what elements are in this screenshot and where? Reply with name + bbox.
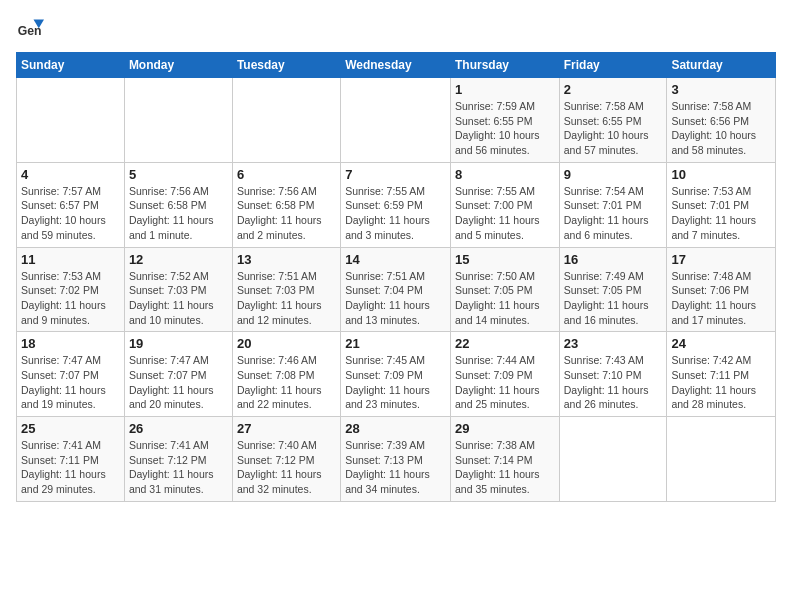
week-row-5: 25Sunrise: 7:41 AM Sunset: 7:11 PM Dayli… [17,417,776,502]
day-number: 7 [345,167,446,182]
calendar-cell: 29Sunrise: 7:38 AM Sunset: 7:14 PM Dayli… [450,417,559,502]
day-number: 2 [564,82,663,97]
day-number: 3 [671,82,771,97]
day-number: 12 [129,252,228,267]
weekday-header-tuesday: Tuesday [232,53,340,78]
weekday-header-row: SundayMondayTuesdayWednesdayThursdayFrid… [17,53,776,78]
calendar-cell: 28Sunrise: 7:39 AM Sunset: 7:13 PM Dayli… [341,417,451,502]
logo-icon: Gen [16,16,44,44]
calendar-cell [667,417,776,502]
day-number: 11 [21,252,120,267]
calendar-cell: 26Sunrise: 7:41 AM Sunset: 7:12 PM Dayli… [124,417,232,502]
day-number: 13 [237,252,336,267]
calendar-cell [17,78,125,163]
calendar-cell [124,78,232,163]
day-number: 19 [129,336,228,351]
weekday-header-friday: Friday [559,53,667,78]
day-detail: Sunrise: 7:41 AM Sunset: 7:11 PM Dayligh… [21,438,120,497]
day-number: 9 [564,167,663,182]
calendar-cell: 24Sunrise: 7:42 AM Sunset: 7:11 PM Dayli… [667,332,776,417]
day-number: 29 [455,421,555,436]
calendar-cell: 3Sunrise: 7:58 AM Sunset: 6:56 PM Daylig… [667,78,776,163]
day-detail: Sunrise: 7:51 AM Sunset: 7:03 PM Dayligh… [237,269,336,328]
day-detail: Sunrise: 7:43 AM Sunset: 7:10 PM Dayligh… [564,353,663,412]
day-number: 4 [21,167,120,182]
day-number: 25 [21,421,120,436]
calendar-cell: 15Sunrise: 7:50 AM Sunset: 7:05 PM Dayli… [450,247,559,332]
day-detail: Sunrise: 7:55 AM Sunset: 6:59 PM Dayligh… [345,184,446,243]
day-number: 5 [129,167,228,182]
day-detail: Sunrise: 7:47 AM Sunset: 7:07 PM Dayligh… [129,353,228,412]
day-detail: Sunrise: 7:41 AM Sunset: 7:12 PM Dayligh… [129,438,228,497]
day-number: 27 [237,421,336,436]
day-detail: Sunrise: 7:53 AM Sunset: 7:01 PM Dayligh… [671,184,771,243]
day-number: 14 [345,252,446,267]
calendar-cell [232,78,340,163]
week-row-2: 4Sunrise: 7:57 AM Sunset: 6:57 PM Daylig… [17,162,776,247]
day-number: 21 [345,336,446,351]
weekday-header-sunday: Sunday [17,53,125,78]
calendar-cell: 17Sunrise: 7:48 AM Sunset: 7:06 PM Dayli… [667,247,776,332]
calendar-cell: 14Sunrise: 7:51 AM Sunset: 7:04 PM Dayli… [341,247,451,332]
calendar-cell: 1Sunrise: 7:59 AM Sunset: 6:55 PM Daylig… [450,78,559,163]
day-number: 23 [564,336,663,351]
week-row-4: 18Sunrise: 7:47 AM Sunset: 7:07 PM Dayli… [17,332,776,417]
day-detail: Sunrise: 7:44 AM Sunset: 7:09 PM Dayligh… [455,353,555,412]
day-number: 20 [237,336,336,351]
calendar-cell: 4Sunrise: 7:57 AM Sunset: 6:57 PM Daylig… [17,162,125,247]
day-detail: Sunrise: 7:53 AM Sunset: 7:02 PM Dayligh… [21,269,120,328]
day-detail: Sunrise: 7:42 AM Sunset: 7:11 PM Dayligh… [671,353,771,412]
calendar-cell: 12Sunrise: 7:52 AM Sunset: 7:03 PM Dayli… [124,247,232,332]
calendar-cell: 13Sunrise: 7:51 AM Sunset: 7:03 PM Dayli… [232,247,340,332]
calendar-cell: 22Sunrise: 7:44 AM Sunset: 7:09 PM Dayli… [450,332,559,417]
calendar-cell: 18Sunrise: 7:47 AM Sunset: 7:07 PM Dayli… [17,332,125,417]
calendar-cell: 5Sunrise: 7:56 AM Sunset: 6:58 PM Daylig… [124,162,232,247]
calendar-cell: 2Sunrise: 7:58 AM Sunset: 6:55 PM Daylig… [559,78,667,163]
day-detail: Sunrise: 7:52 AM Sunset: 7:03 PM Dayligh… [129,269,228,328]
day-detail: Sunrise: 7:40 AM Sunset: 7:12 PM Dayligh… [237,438,336,497]
calendar-cell: 10Sunrise: 7:53 AM Sunset: 7:01 PM Dayli… [667,162,776,247]
week-row-3: 11Sunrise: 7:53 AM Sunset: 7:02 PM Dayli… [17,247,776,332]
day-number: 6 [237,167,336,182]
day-detail: Sunrise: 7:51 AM Sunset: 7:04 PM Dayligh… [345,269,446,328]
day-detail: Sunrise: 7:56 AM Sunset: 6:58 PM Dayligh… [237,184,336,243]
weekday-header-wednesday: Wednesday [341,53,451,78]
calendar-cell: 21Sunrise: 7:45 AM Sunset: 7:09 PM Dayli… [341,332,451,417]
day-detail: Sunrise: 7:55 AM Sunset: 7:00 PM Dayligh… [455,184,555,243]
day-number: 18 [21,336,120,351]
day-detail: Sunrise: 7:54 AM Sunset: 7:01 PM Dayligh… [564,184,663,243]
calendar-cell: 11Sunrise: 7:53 AM Sunset: 7:02 PM Dayli… [17,247,125,332]
day-number: 22 [455,336,555,351]
calendar-cell: 23Sunrise: 7:43 AM Sunset: 7:10 PM Dayli… [559,332,667,417]
calendar-cell: 19Sunrise: 7:47 AM Sunset: 7:07 PM Dayli… [124,332,232,417]
day-number: 17 [671,252,771,267]
day-detail: Sunrise: 7:48 AM Sunset: 7:06 PM Dayligh… [671,269,771,328]
calendar-cell: 9Sunrise: 7:54 AM Sunset: 7:01 PM Daylig… [559,162,667,247]
weekday-header-saturday: Saturday [667,53,776,78]
page-header: Gen [16,16,776,44]
day-detail: Sunrise: 7:47 AM Sunset: 7:07 PM Dayligh… [21,353,120,412]
weekday-header-monday: Monday [124,53,232,78]
calendar-table: SundayMondayTuesdayWednesdayThursdayFrid… [16,52,776,502]
day-detail: Sunrise: 7:59 AM Sunset: 6:55 PM Dayligh… [455,99,555,158]
day-number: 8 [455,167,555,182]
day-detail: Sunrise: 7:58 AM Sunset: 6:55 PM Dayligh… [564,99,663,158]
day-number: 1 [455,82,555,97]
day-detail: Sunrise: 7:58 AM Sunset: 6:56 PM Dayligh… [671,99,771,158]
calendar-cell: 6Sunrise: 7:56 AM Sunset: 6:58 PM Daylig… [232,162,340,247]
day-detail: Sunrise: 7:49 AM Sunset: 7:05 PM Dayligh… [564,269,663,328]
day-number: 28 [345,421,446,436]
day-number: 10 [671,167,771,182]
calendar-cell: 27Sunrise: 7:40 AM Sunset: 7:12 PM Dayli… [232,417,340,502]
calendar-cell: 8Sunrise: 7:55 AM Sunset: 7:00 PM Daylig… [450,162,559,247]
calendar-cell: 25Sunrise: 7:41 AM Sunset: 7:11 PM Dayli… [17,417,125,502]
calendar-cell: 7Sunrise: 7:55 AM Sunset: 6:59 PM Daylig… [341,162,451,247]
day-detail: Sunrise: 7:38 AM Sunset: 7:14 PM Dayligh… [455,438,555,497]
calendar-cell [559,417,667,502]
day-number: 26 [129,421,228,436]
day-detail: Sunrise: 7:50 AM Sunset: 7:05 PM Dayligh… [455,269,555,328]
week-row-1: 1Sunrise: 7:59 AM Sunset: 6:55 PM Daylig… [17,78,776,163]
weekday-header-thursday: Thursday [450,53,559,78]
day-number: 16 [564,252,663,267]
day-detail: Sunrise: 7:56 AM Sunset: 6:58 PM Dayligh… [129,184,228,243]
